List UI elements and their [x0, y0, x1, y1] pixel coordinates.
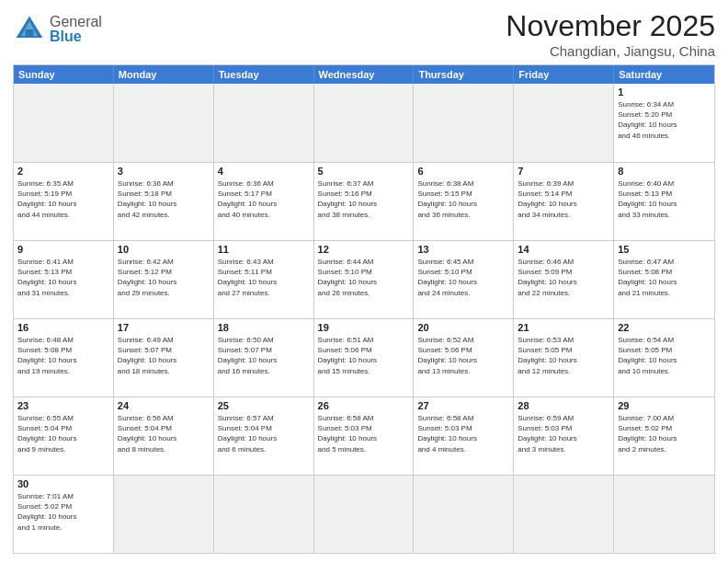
day-info: Sunrise: 6:37 AM Sunset: 5:16 PM Dayligh…	[318, 178, 410, 220]
calendar-row-6: 30Sunrise: 7:01 AM Sunset: 5:02 PM Dayli…	[14, 475, 714, 553]
day-info: Sunrise: 6:35 AM Sunset: 5:19 PM Dayligh…	[17, 178, 109, 220]
day-info: Sunrise: 6:47 AM Sunset: 5:08 PM Dayligh…	[618, 257, 711, 298]
weekday-header-wednesday: Wednesday	[314, 65, 415, 84]
logo-general-text: General	[50, 15, 102, 29]
calendar-row-4: 16Sunrise: 6:48 AM Sunset: 5:08 PM Dayli…	[14, 318, 714, 396]
day-number: 21	[518, 322, 609, 333]
day-number: 27	[417, 400, 509, 411]
day-number: 19	[318, 322, 410, 333]
day-info: Sunrise: 6:41 AM Sunset: 5:13 PM Dayligh…	[17, 257, 109, 298]
calendar-cell: 27Sunrise: 6:58 AM Sunset: 5:03 PM Dayli…	[414, 397, 514, 475]
day-info: Sunrise: 6:59 AM Sunset: 5:03 PM Dayligh…	[518, 413, 609, 454]
calendar-cell: 19Sunrise: 6:51 AM Sunset: 5:06 PM Dayli…	[314, 319, 415, 396]
calendar-cell: 29Sunrise: 7:00 AM Sunset: 5:02 PM Dayli…	[614, 397, 714, 475]
calendar-row-3: 9Sunrise: 6:41 AM Sunset: 5:13 PM Daylig…	[14, 240, 714, 318]
day-info: Sunrise: 6:58 AM Sunset: 5:03 PM Dayligh…	[318, 413, 410, 454]
calendar-cell: 26Sunrise: 6:58 AM Sunset: 5:03 PM Dayli…	[314, 397, 415, 475]
calendar-cell	[114, 84, 214, 162]
calendar-cell: 2Sunrise: 6:35 AM Sunset: 5:19 PM Daylig…	[14, 163, 114, 240]
calendar-header: SundayMondayTuesdayWednesdayThursdayFrid…	[14, 65, 714, 84]
calendar-cell: 13Sunrise: 6:45 AM Sunset: 5:10 PM Dayli…	[414, 241, 514, 318]
calendar-cell	[414, 84, 514, 162]
title-block: November 2025 Changdian, Jiangsu, China	[506, 9, 715, 59]
day-info: Sunrise: 6:45 AM Sunset: 5:10 PM Dayligh…	[417, 257, 509, 298]
calendar-cell: 20Sunrise: 6:52 AM Sunset: 5:06 PM Dayli…	[414, 319, 514, 396]
day-number: 30	[17, 478, 109, 489]
calendar-cell	[614, 476, 714, 553]
calendar-cell: 25Sunrise: 6:57 AM Sunset: 5:04 PM Dayli…	[214, 397, 314, 475]
calendar-cell: 18Sunrise: 6:50 AM Sunset: 5:07 PM Dayli…	[214, 319, 314, 396]
calendar-cell: 24Sunrise: 6:56 AM Sunset: 5:04 PM Dayli…	[114, 397, 214, 475]
day-number: 22	[618, 322, 711, 333]
day-info: Sunrise: 6:53 AM Sunset: 5:05 PM Dayligh…	[518, 335, 609, 376]
day-info: Sunrise: 6:39 AM Sunset: 5:14 PM Dayligh…	[518, 178, 609, 220]
day-info: Sunrise: 7:01 AM Sunset: 5:02 PM Dayligh…	[17, 491, 109, 533]
calendar-row-5: 23Sunrise: 6:55 AM Sunset: 5:04 PM Dayli…	[14, 396, 714, 475]
day-number: 11	[218, 244, 310, 255]
day-info: Sunrise: 6:49 AM Sunset: 5:07 PM Dayligh…	[118, 335, 210, 376]
day-info: Sunrise: 6:48 AM Sunset: 5:08 PM Dayligh…	[17, 335, 109, 376]
svg-rect-2	[26, 29, 34, 38]
calendar-cell	[514, 476, 614, 553]
calendar-cell: 1Sunrise: 6:34 AM Sunset: 5:20 PM Daylig…	[614, 84, 714, 162]
calendar-cell: 11Sunrise: 6:43 AM Sunset: 5:11 PM Dayli…	[214, 241, 314, 318]
day-number: 15	[618, 244, 711, 255]
calendar-cell: 9Sunrise: 6:41 AM Sunset: 5:13 PM Daylig…	[14, 241, 114, 318]
calendar-cell: 15Sunrise: 6:47 AM Sunset: 5:08 PM Dayli…	[614, 241, 714, 318]
calendar-cell: 7Sunrise: 6:39 AM Sunset: 5:14 PM Daylig…	[514, 163, 614, 240]
header: General Blue November 2025 Changdian, Ji…	[13, 9, 715, 59]
calendar-cell: 22Sunrise: 6:54 AM Sunset: 5:05 PM Dayli…	[614, 319, 714, 396]
page: General Blue November 2025 Changdian, Ji…	[0, 0, 728, 563]
calendar-cell: 6Sunrise: 6:38 AM Sunset: 5:15 PM Daylig…	[414, 163, 514, 240]
day-info: Sunrise: 6:34 AM Sunset: 5:20 PM Dayligh…	[618, 99, 711, 141]
calendar-cell	[514, 84, 614, 162]
calendar-cell: 30Sunrise: 7:01 AM Sunset: 5:02 PM Dayli…	[14, 476, 114, 553]
calendar-cell	[214, 476, 314, 553]
day-info: Sunrise: 6:51 AM Sunset: 5:06 PM Dayligh…	[318, 335, 410, 376]
day-number: 10	[118, 244, 210, 255]
day-info: Sunrise: 6:46 AM Sunset: 5:09 PM Dayligh…	[518, 257, 609, 298]
day-number: 5	[318, 166, 410, 177]
day-number: 12	[318, 244, 410, 255]
day-number: 23	[17, 400, 109, 411]
day-number: 3	[118, 166, 210, 177]
calendar-row-2: 2Sunrise: 6:35 AM Sunset: 5:19 PM Daylig…	[14, 162, 714, 240]
day-number: 17	[118, 322, 210, 333]
day-number: 2	[17, 166, 109, 177]
calendar-cell	[114, 476, 214, 553]
day-info: Sunrise: 6:57 AM Sunset: 5:04 PM Dayligh…	[218, 413, 310, 454]
weekday-header-thursday: Thursday	[414, 65, 514, 84]
day-info: Sunrise: 6:56 AM Sunset: 5:04 PM Dayligh…	[118, 413, 210, 454]
calendar-cell: 10Sunrise: 6:42 AM Sunset: 5:12 PM Dayli…	[114, 241, 214, 318]
day-info: Sunrise: 6:55 AM Sunset: 5:04 PM Dayligh…	[17, 413, 109, 454]
logo: General Blue	[13, 9, 102, 46]
day-number: 7	[518, 166, 609, 177]
calendar-cell: 12Sunrise: 6:44 AM Sunset: 5:10 PM Dayli…	[314, 241, 415, 318]
day-number: 4	[218, 166, 310, 177]
logo-icon	[13, 13, 46, 46]
calendar-cell: 4Sunrise: 6:36 AM Sunset: 5:17 PM Daylig…	[214, 163, 314, 240]
logo-blue-text: Blue	[50, 29, 102, 44]
day-info: Sunrise: 6:36 AM Sunset: 5:18 PM Dayligh…	[118, 178, 210, 220]
day-number: 24	[118, 400, 210, 411]
calendar-cell	[214, 84, 314, 162]
day-number: 26	[318, 400, 410, 411]
logo-text: General Blue	[50, 15, 102, 44]
calendar-cell: 14Sunrise: 6:46 AM Sunset: 5:09 PM Dayli…	[514, 241, 614, 318]
day-number: 29	[618, 400, 711, 411]
day-info: Sunrise: 6:50 AM Sunset: 5:07 PM Dayligh…	[218, 335, 310, 376]
calendar-cell: 5Sunrise: 6:37 AM Sunset: 5:16 PM Daylig…	[314, 163, 415, 240]
weekday-header-monday: Monday	[114, 65, 214, 84]
calendar-cell	[14, 84, 114, 162]
calendar: SundayMondayTuesdayWednesdayThursdayFrid…	[13, 64, 715, 554]
calendar-cell: 21Sunrise: 6:53 AM Sunset: 5:05 PM Dayli…	[514, 319, 614, 396]
day-info: Sunrise: 6:52 AM Sunset: 5:06 PM Dayligh…	[417, 335, 509, 376]
calendar-body: 1Sunrise: 6:34 AM Sunset: 5:20 PM Daylig…	[14, 84, 714, 553]
title-location: Changdian, Jiangsu, China	[506, 43, 715, 59]
day-number: 9	[17, 244, 109, 255]
weekday-header-friday: Friday	[514, 65, 614, 84]
day-info: Sunrise: 6:42 AM Sunset: 5:12 PM Dayligh…	[118, 257, 210, 298]
weekday-header-tuesday: Tuesday	[214, 65, 314, 84]
calendar-cell: 8Sunrise: 6:40 AM Sunset: 5:13 PM Daylig…	[614, 163, 714, 240]
calendar-row-1: 1Sunrise: 6:34 AM Sunset: 5:20 PM Daylig…	[14, 84, 714, 162]
